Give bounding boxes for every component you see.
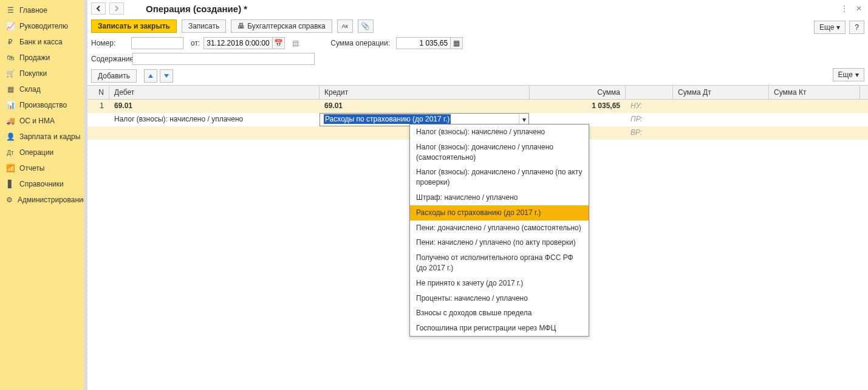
dropdown-item[interactable]: Не принято к зачету (до 2017 г.) (410, 276, 589, 291)
sidebar-item-label: Главное (19, 6, 47, 15)
add-label: Добавить (98, 72, 130, 80)
dropdown-item[interactable]: Получено от исполнительного органа ФСС Р… (410, 250, 589, 276)
sidebar-item-label: Администрирование (18, 196, 87, 204)
number-input[interactable] (131, 37, 183, 49)
help-button[interactable]: ? (849, 21, 864, 34)
credit-subconto-value: Расходы по страхованию (до 2017 г.) (324, 114, 451, 124)
form-row-content: Содержание: (87, 51, 868, 67)
accounting-ref-button[interactable]: 🖶 Бухгалтерская справка (231, 19, 332, 33)
production-icon: 📊 (6, 101, 15, 109)
truck-icon: 🚚 (6, 117, 15, 125)
cell-credit-account: 69.01 (320, 100, 530, 113)
sidebar-item-hr[interactable]: 👤 Зарплата и кадры (0, 129, 84, 145)
attachment-button[interactable]: 📎 (358, 19, 374, 33)
dropdown-item[interactable]: Налог (взносы): доначислено / уплачено (… (410, 140, 589, 165)
col-extra (626, 86, 673, 99)
dtkt-button[interactable]: Ак (337, 19, 353, 33)
dropdown-item[interactable]: Пени: начислено / уплачено (по акту пров… (410, 235, 589, 250)
col-debit[interactable]: Дебет (109, 86, 320, 99)
dropdown-item[interactable]: Госпошлина при регистрации через МФЦ (410, 321, 589, 336)
move-down-button[interactable] (160, 69, 173, 83)
link-icon[interactable]: ▤ (292, 39, 299, 47)
gear-icon: ⚙ (6, 196, 13, 204)
sidebar-item-label: Операции (19, 148, 53, 157)
book-icon: ▋ (6, 180, 15, 188)
dropdown-item[interactable]: Пени: доначислено / уплачено (самостояте… (410, 221, 589, 236)
subconto-dropdown: Налог (взносы): начислено / уплачено Нал… (409, 124, 589, 337)
dropdown-item[interactable]: Взносы с доходов свыше предела (410, 306, 589, 321)
cell-nu: НУ: (626, 100, 673, 113)
col-credit[interactable]: Кредит (320, 86, 530, 99)
cell-sum: 1 035,65 (530, 100, 626, 113)
bank-icon: ₽ (6, 38, 15, 46)
dropdown-item[interactable]: Налог (взносы): начислено / уплачено (410, 125, 589, 140)
dropdown-item[interactable]: Проценты: начислено / уплачено (410, 291, 589, 306)
col-sumdt[interactable]: Сумма Дт (673, 86, 769, 99)
sidebar-item-operations[interactable]: Дт Операции (0, 145, 84, 160)
page-title: Операция (создание) * (146, 4, 247, 14)
reports-icon: 📶 (6, 164, 15, 173)
grid-header: N Дебет Кредит Сумма Сумма Дт Сумма Кт (87, 85, 868, 100)
sales-icon: 🛍 (6, 53, 15, 62)
number-label: Номер: (91, 39, 128, 47)
sidebar-item-purchases[interactable]: 🛒 Покупки (0, 66, 84, 81)
sidebar-item-warehouse[interactable]: ▦ Склад (0, 81, 84, 97)
sidebar: ☰ Главное 📈 Руководителю ₽ Банк и касса … (0, 0, 84, 390)
cell-debit-account: 69.01 (109, 100, 320, 113)
sidebar-item-production[interactable]: 📊 Производство (0, 97, 84, 113)
kebab-icon[interactable]: ⋮ (839, 3, 850, 14)
cart-icon: 🛒 (6, 69, 15, 78)
sidebar-item-label: Склад (19, 85, 41, 94)
help-label: ? (855, 23, 859, 32)
sidebar-item-reports[interactable]: 📶 Отчеты (0, 160, 84, 176)
toolbar: Записать и закрыть Записать 🖶 Бухгалтерс… (87, 17, 868, 35)
dropdown-item[interactable]: Штраф: начислено / уплачено (410, 190, 589, 205)
sidebar-item-bank[interactable]: ₽ Банк и касса (0, 34, 84, 50)
date-input[interactable] (203, 37, 273, 49)
sidebar-item-label: ОС и НМА (19, 117, 55, 125)
chevron-down-icon: ▾ (522, 115, 526, 124)
sidebar-item-main[interactable]: ☰ Главное (0, 2, 84, 18)
sidebar-item-catalogs[interactable]: ▋ Справочники (0, 176, 84, 192)
col-sum[interactable]: Сумма (530, 86, 626, 99)
calculator-icon: ▦ (453, 39, 460, 47)
person-icon: 👤 (6, 132, 15, 141)
save-close-button[interactable]: Записать и закрыть (91, 19, 177, 33)
close-icon[interactable]: ✕ (853, 3, 864, 14)
sidebar-item-assets[interactable]: 🚚 ОС и НМА (0, 113, 84, 129)
titlebar: Операция (создание) * ⋮ ✕ (87, 0, 868, 17)
dropdown-item-selected[interactable]: Расходы по страхованию (до 2017 г.) (410, 205, 589, 221)
col-n[interactable]: N (87, 86, 109, 99)
sidebar-item-label: Справочники (19, 180, 64, 188)
nav-back-button[interactable] (91, 2, 106, 15)
sidebar-item-label: Отчеты (19, 164, 44, 173)
cell-sumkt (769, 100, 860, 113)
sidebar-item-sales[interactable]: 🛍 Продажи (0, 50, 84, 66)
sidebar-item-manager[interactable]: 📈 Руководителю (0, 18, 84, 34)
sum-input[interactable] (396, 37, 451, 49)
calendar-button[interactable]: 📅 (273, 37, 285, 49)
save-label: Записать (188, 22, 219, 30)
nav-forward-button[interactable] (109, 2, 124, 15)
warehouse-icon: ▦ (6, 85, 15, 94)
table-more-label: Еще (838, 70, 853, 79)
more-button[interactable]: Еще ▾ (814, 21, 846, 34)
sum-label: Сумма операции: (330, 39, 390, 47)
from-label: от: (191, 39, 200, 47)
table-row[interactable]: 1 69.01 69.01 1 035,65 НУ: (87, 100, 868, 113)
add-row-button[interactable]: Добавить (91, 69, 137, 83)
table-more-button[interactable]: Еще ▾ (833, 68, 864, 81)
sidebar-item-admin[interactable]: ⚙ Администрирование (0, 192, 84, 208)
cell-n: 1 (87, 100, 109, 113)
move-up-button[interactable] (144, 69, 157, 83)
calc-button[interactable]: ▦ (451, 37, 463, 49)
sidebar-item-label: Продажи (19, 53, 50, 62)
col-sumkt[interactable]: Сумма Кт (769, 86, 860, 99)
save-button[interactable]: Записать (182, 19, 226, 33)
sidebar-item-label: Покупки (19, 69, 47, 78)
print-icon: 🖶 (238, 22, 245, 30)
content-input[interactable] (132, 53, 315, 65)
more-label: Еще (819, 23, 834, 32)
save-close-label: Записать и закрыть (98, 22, 170, 30)
dropdown-item[interactable]: Налог (взносы): доначислено / уплачено (… (410, 165, 589, 190)
